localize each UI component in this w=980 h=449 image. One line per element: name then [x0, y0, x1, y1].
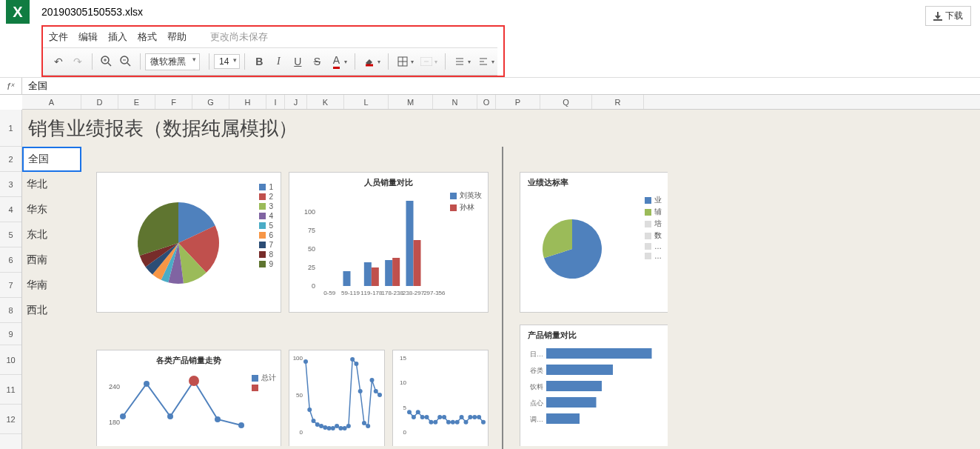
toolbar: ↶ ↷ 微软雅黑 14 B I U S A▾ ▾ ▾ ▾ ▾ ▾: [43, 47, 497, 76]
zoom-out-button[interactable]: [116, 52, 135, 71]
region-cell[interactable]: 东北: [22, 222, 81, 247]
chart-line-small-2[interactable]: 051015: [392, 350, 489, 446]
italic-button[interactable]: I: [269, 52, 288, 71]
column-headers: ADEFGHIJKLMNOPQR: [22, 95, 980, 110]
border-button[interactable]: [393, 52, 412, 71]
svg-text:75: 75: [308, 227, 315, 234]
svg-text:50: 50: [296, 392, 303, 399]
svg-text:谷类: 谷类: [530, 367, 543, 374]
region-cell[interactable]: 华东: [22, 197, 81, 222]
svg-text:50: 50: [308, 245, 315, 253]
menu-insert[interactable]: 插入: [108, 30, 127, 44]
svg-text:25: 25: [308, 264, 315, 271]
svg-rect-33: [414, 240, 421, 286]
svg-text:119-178: 119-178: [360, 290, 383, 296]
chart-line-product-trend[interactable]: 各类产品销量走势 180240 总计: [96, 350, 281, 446]
halign-button[interactable]: [474, 52, 493, 71]
svg-text:日…: 日…: [530, 350, 543, 358]
fx-label: fˣ: [0, 78, 22, 94]
valign-button[interactable]: [450, 52, 469, 71]
sheet-area[interactable]: 销售业绩报表（数据纯属模拟） 全国华北华东东北西南华南西北 123456789 …: [22, 110, 980, 449]
chart-pie-achievement[interactable]: 业绩达标率 业辅培数……: [520, 172, 668, 313]
region-cell[interactable]: 华北: [22, 172, 81, 197]
svg-text:297-356: 297-356: [423, 290, 446, 296]
chart-bar-person-sales[interactable]: 人员销量对比 02550751000-5959-119119-178178-23…: [289, 172, 489, 313]
svg-text:238-297: 238-297: [403, 290, 425, 296]
region-cell[interactable]: 全国: [22, 147, 81, 172]
svg-point-44: [189, 376, 199, 386]
report-title: 销售业绩报表（数据纯属模拟）: [22, 110, 980, 147]
svg-text:点心: 点心: [530, 399, 543, 407]
svg-text:0: 0: [312, 282, 315, 290]
underline-button[interactable]: U: [288, 52, 307, 71]
svg-line-5: [127, 63, 130, 66]
halign-arrow[interactable]: ▾: [491, 59, 494, 65]
app-icon: X: [6, 0, 30, 24]
svg-text:100: 100: [304, 208, 315, 216]
fill-color-button[interactable]: [360, 52, 379, 71]
row-headers: 123456789101112: [0, 110, 22, 449]
chart-pie-categories[interactable]: 123456789: [96, 172, 281, 313]
svg-text:调…: 调…: [530, 416, 543, 423]
svg-text:0: 0: [300, 429, 303, 436]
svg-rect-94: [546, 381, 602, 391]
font-color-arrow[interactable]: ▾: [344, 59, 347, 65]
font-select[interactable]: 微软雅黑: [145, 53, 200, 70]
region-cell[interactable]: 华南: [22, 273, 81, 298]
chart-hbar-product-sales[interactable]: 产品销量对比 日…谷类饮料点心调…: [520, 325, 668, 446]
svg-rect-29: [385, 260, 392, 286]
valign-arrow[interactable]: ▾: [468, 59, 471, 65]
svg-rect-32: [406, 201, 414, 286]
chart-title: 各类产品销量走势: [97, 350, 281, 367]
chart-title: 人员销量对比: [289, 173, 488, 190]
svg-rect-27: [372, 267, 379, 286]
merge-button[interactable]: [417, 52, 436, 71]
svg-rect-24: [343, 271, 351, 286]
svg-text:180: 180: [109, 419, 120, 426]
svg-text:15: 15: [400, 355, 406, 362]
svg-rect-96: [546, 397, 597, 408]
svg-text:饮料: 饮料: [529, 383, 543, 390]
menu-edit[interactable]: 编辑: [78, 30, 98, 44]
svg-text:100: 100: [293, 355, 303, 362]
svg-line-1: [108, 63, 111, 66]
svg-rect-90: [546, 348, 652, 359]
svg-text:0-59: 0-59: [323, 290, 336, 296]
bold-button[interactable]: B: [249, 52, 269, 71]
zoom-in-button[interactable]: [97, 52, 116, 71]
undo-button[interactable]: ↶: [49, 52, 68, 71]
download-button[interactable]: 下载: [925, 6, 971, 26]
chart-line-small-1[interactable]: 050100: [289, 350, 385, 446]
highlighted-region: 文件 编辑 插入 格式 帮助 更改尚未保存 ↶ ↷ 微软雅黑 14 B I U …: [41, 25, 505, 77]
svg-text:5: 5: [403, 405, 407, 411]
svg-text:59-119: 59-119: [341, 290, 360, 296]
svg-text:0: 0: [403, 429, 407, 436]
font-size-select[interactable]: 14: [214, 54, 240, 69]
unsaved-status: 更改尚未保存: [210, 30, 268, 44]
menu-format[interactable]: 格式: [138, 30, 157, 44]
svg-text:10: 10: [400, 379, 406, 386]
svg-text:178-238: 178-238: [381, 290, 403, 296]
region-cell[interactable]: 西南: [22, 247, 81, 273]
border-arrow[interactable]: ▾: [411, 59, 414, 65]
chart-title: 业绩达标率: [520, 173, 668, 190]
formula-input[interactable]: [22, 79, 980, 93]
svg-text:240: 240: [109, 383, 120, 390]
font-color-button[interactable]: A: [326, 52, 346, 71]
menu-file[interactable]: 文件: [49, 30, 68, 44]
fill-color-arrow[interactable]: ▾: [377, 59, 380, 65]
download-label: 下载: [945, 10, 963, 22]
svg-rect-98: [546, 413, 580, 424]
region-cell[interactable]: 西北: [22, 298, 81, 323]
strike-button[interactable]: S: [307, 52, 326, 71]
menu-help[interactable]: 帮助: [167, 30, 187, 44]
svg-rect-30: [392, 258, 400, 286]
redo-button[interactable]: ↷: [68, 52, 87, 71]
merge-arrow[interactable]: ▾: [434, 59, 437, 65]
menubar: 文件 编辑 插入 格式 帮助 更改尚未保存: [43, 27, 497, 47]
svg-rect-92: [546, 365, 613, 375]
svg-rect-26: [364, 262, 372, 286]
download-icon: [933, 12, 942, 21]
chart-title: 产品销量对比: [520, 325, 668, 342]
filename: 20190305150553.xlsx: [41, 6, 143, 18]
